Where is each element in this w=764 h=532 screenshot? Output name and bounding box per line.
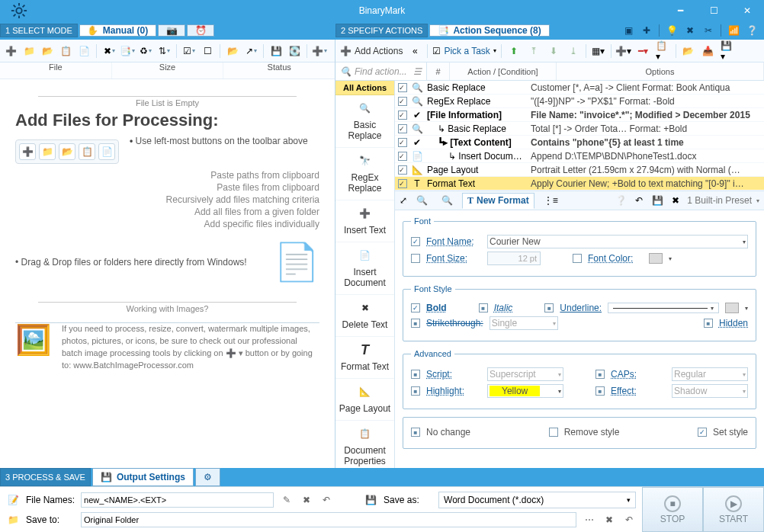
refresh-icon[interactable]: ♻ xyxy=(138,43,153,59)
console-icon[interactable]: ▣ xyxy=(622,24,634,37)
palette-insert-doc[interactable]: 📄Insert Document xyxy=(335,242,394,295)
radio-nochange[interactable] xyxy=(411,428,420,437)
lbl-caps[interactable]: CAPs: xyxy=(611,369,666,380)
checkall-icon[interactable]: ☑ xyxy=(181,43,197,59)
saveto-browse-icon[interactable]: ⋯ xyxy=(583,513,596,527)
row-checkbox[interactable] xyxy=(398,83,407,92)
start-button[interactable]: ▶ START xyxy=(703,487,764,532)
move-top-icon[interactable]: ⤒ xyxy=(526,43,541,59)
lbl-font-size[interactable]: Font Size: xyxy=(426,253,481,264)
font-color-swatch[interactable] xyxy=(649,253,663,264)
tab-clock[interactable]: ⏰ xyxy=(187,24,214,37)
wifi-icon[interactable]: 📶 xyxy=(727,24,740,37)
action-row[interactable]: TFormat TextApply Courier New; +Bold to … xyxy=(395,177,764,191)
chk-bold[interactable] xyxy=(411,303,420,312)
row-checkbox[interactable] xyxy=(398,138,407,147)
lbl-hidden[interactable]: Hidden xyxy=(719,318,748,328)
save-seq-icon[interactable]: 💾▾ xyxy=(721,43,736,59)
col-status[interactable]: Status xyxy=(223,62,335,79)
underline-preview[interactable]: ▾ xyxy=(608,303,719,313)
chk-caps[interactable] xyxy=(595,370,605,379)
undo-tab-icon[interactable]: ↶ xyxy=(632,194,646,207)
help-icon[interactable]: ❔ xyxy=(746,24,758,37)
duplicate-action-icon[interactable]: 📋▾ xyxy=(656,43,671,59)
chk-hidden[interactable] xyxy=(704,319,713,328)
action-row[interactable]: 🔍↳ Basic ReplaceTotal [*] -> Order Tota…… xyxy=(395,122,764,136)
group-icon[interactable]: ▦▾ xyxy=(591,43,606,59)
combo-strike[interactable]: Single▾ xyxy=(490,316,558,330)
action-row[interactable]: 🔍Basic ReplaceCustomer [*, A=a] -> Clien… xyxy=(395,81,764,95)
radio-set[interactable] xyxy=(698,428,707,437)
action-row[interactable]: 📄↳ Insert Docum…Append D:\TEMP\BDN\Phone… xyxy=(395,149,764,163)
add-recursive-icon[interactable]: 📂 xyxy=(40,43,55,59)
row-checkbox[interactable] xyxy=(398,179,407,188)
more-icon[interactable]: ➕ xyxy=(312,43,327,59)
palette-basic-replace[interactable]: 🔍Basic Replace xyxy=(335,95,394,148)
step-3-label[interactable]: 3 PROCESS & SAVE xyxy=(0,468,91,486)
loadlist-icon[interactable]: 💽 xyxy=(287,43,302,59)
delete-tab-icon[interactable]: ✖ xyxy=(669,194,682,207)
chk-highlight[interactable] xyxy=(411,386,420,396)
palette-all[interactable]: All Actions xyxy=(335,81,394,95)
col-action[interactable]: Action / [Condition] xyxy=(450,62,557,80)
saveto-undo-icon[interactable]: ↶ xyxy=(622,513,636,527)
insert-action-icon[interactable]: ➕▾ xyxy=(616,43,631,59)
tools-icon[interactable]: ✖ xyxy=(684,24,696,37)
saveas-combo[interactable]: Word Document (*.docx)▾ xyxy=(438,492,636,508)
move-up-icon[interactable]: ⬆ xyxy=(506,43,522,59)
lbl-font-name[interactable]: Font Name: xyxy=(426,236,481,247)
remove-icon[interactable]: ✖ xyxy=(101,43,117,59)
lbl-underline[interactable]: Underline: xyxy=(560,303,602,313)
tab-manual[interactable]: ✋ Manual (0) xyxy=(79,24,156,37)
col-file[interactable]: File xyxy=(0,62,112,79)
combo-font-name[interactable]: Courier New▾ xyxy=(487,235,748,248)
stop-button[interactable]: ■ STOP xyxy=(642,487,703,532)
paste-files-icon[interactable]: 📋 xyxy=(58,43,73,59)
zoom-icon[interactable]: ⤢ xyxy=(400,195,407,206)
action-grid[interactable]: 🔍Basic ReplaceCustomer [*, A=a] -> Clien… xyxy=(395,81,764,191)
tab-zoom2[interactable]: 🔍 xyxy=(437,194,457,207)
filenames-undo-icon[interactable]: ↶ xyxy=(319,493,333,507)
row-checkbox[interactable] xyxy=(398,97,407,106)
help-tab-icon[interactable]: ❔ xyxy=(614,194,628,207)
lbl-strike[interactable]: Strikethrough: xyxy=(426,318,483,328)
open-seq-icon[interactable]: 📂 xyxy=(681,43,696,59)
step-2-label[interactable]: 2 SPECIFY ACTIONS xyxy=(335,24,428,37)
lbl-effect[interactable]: Effect: xyxy=(611,386,666,396)
combo-caps[interactable]: Regular▾ xyxy=(672,367,748,381)
chk-effect[interactable] xyxy=(595,386,605,396)
combo-highlight[interactable]: Yellow▾ xyxy=(487,384,563,398)
row-checkbox[interactable] xyxy=(398,111,407,120)
tab-extra[interactable]: ⋮≡ xyxy=(539,194,563,207)
underline-color-swatch[interactable] xyxy=(725,303,739,313)
export-icon[interactable]: ↗ xyxy=(243,43,258,59)
lbl-highlight[interactable]: Highlight: xyxy=(426,386,481,396)
combo-script[interactable]: Superscript▾ xyxy=(487,367,563,381)
tab-output-settings[interactable]: 💾 Output Settings xyxy=(92,468,194,486)
savelist-icon[interactable]: 💾 xyxy=(268,43,284,59)
collapse-icon[interactable]: « xyxy=(407,43,422,59)
close-button[interactable]: ✕ xyxy=(730,0,764,21)
step-1-label[interactable]: 1 SELECT MODE xyxy=(0,24,78,37)
sort-icon[interactable]: ⇅ xyxy=(156,43,172,59)
action-row[interactable]: ✔[File Information]File Name: "invoice*.… xyxy=(395,108,764,122)
maximize-button[interactable]: ☐ xyxy=(697,0,730,21)
preset-label[interactable]: 1 Built-in Preset xyxy=(687,195,752,206)
chk-script[interactable] xyxy=(411,370,420,379)
bulb-icon[interactable]: 💡 xyxy=(666,24,678,37)
chk-font-name[interactable] xyxy=(411,237,420,246)
palette-delete-text[interactable]: ✖Delete Text xyxy=(335,295,394,337)
paste-paths-icon[interactable]: 📄 xyxy=(76,43,91,59)
saveto-clear-icon[interactable]: ✖ xyxy=(602,513,616,527)
chk-underline[interactable] xyxy=(544,303,554,312)
filenames-clear-icon[interactable]: ✖ xyxy=(300,493,313,507)
remove-action-icon[interactable]: ━▾ xyxy=(636,43,651,59)
copy-icon[interactable]: 📑 xyxy=(120,43,135,59)
add-folder-icon[interactable]: 📁 xyxy=(21,43,37,59)
tab-action-sequence[interactable]: 📑 Action Sequence (8) xyxy=(429,24,549,37)
settings-gear-icon[interactable] xyxy=(0,2,38,19)
save-tab-icon[interactable]: 💾 xyxy=(650,194,664,207)
palette-regex-replace[interactable]: 🔭RegEx Replace xyxy=(335,148,394,200)
row-checkbox[interactable] xyxy=(398,124,407,133)
import-seq-icon[interactable]: 📥 xyxy=(701,43,716,59)
